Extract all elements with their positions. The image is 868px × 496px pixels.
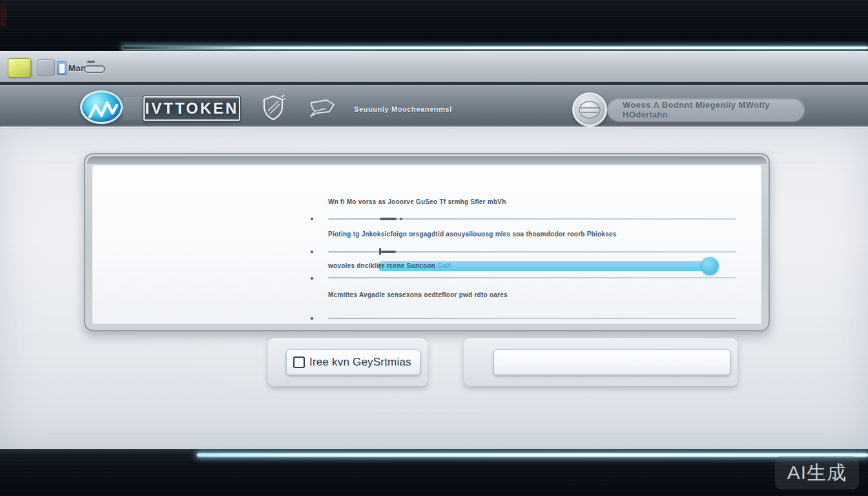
field-label-3-text: wovoles dnciklier rcene Suncoon: [328, 262, 437, 269]
settings-panel-inner: [92, 165, 762, 325]
search-bar[interactable]: Woess Λ Bodnnt Miegenliy MWolty HOderlah…: [607, 98, 805, 121]
taskbar-yellow-button[interactable]: [8, 58, 31, 78]
field-label-3-suffix: Gaif: [437, 262, 450, 269]
avatar[interactable]: [572, 92, 607, 127]
taskbar-gray-button[interactable]: [37, 59, 55, 76]
taskbar: [0, 51, 868, 82]
search-text: Woess Λ Bodnnt Miegenliy MWolty HOderlah…: [623, 100, 805, 119]
bullet-1: [311, 218, 313, 220]
slider-dot-1: [400, 218, 402, 220]
field-label-3: wovoles dnciklier rcene Suncoon Gaif: [328, 262, 451, 269]
logo-wordmark[interactable]: IVTTOKEN: [143, 96, 240, 121]
chat-bubble-icon[interactable]: [307, 98, 337, 119]
taskbar-pill-button[interactable]: [84, 65, 105, 73]
globe-icon: [577, 98, 603, 121]
field-label-2: Pioting tg Jnkoksicfoigo orsgagdtid asou…: [328, 231, 617, 238]
nav-item-security[interactable]: Seuuunly Moocheanenmsl: [354, 105, 452, 113]
app-logo-icon[interactable]: [80, 90, 123, 124]
slider-handle[interactable]: [701, 257, 719, 275]
logo-text: IVTTOKEN: [145, 99, 239, 118]
settings-panel: [84, 153, 770, 331]
field-label-1: Wn fi Mo vorss as Jooorve GuSeo Tf srmhg…: [328, 198, 506, 205]
confirm-button[interactable]: [493, 349, 730, 375]
checkbox-button[interactable]: Iree kvn GeySrtmias: [286, 349, 420, 375]
ai-watermark: AI生成: [775, 456, 859, 490]
checkbox[interactable]: [293, 356, 305, 368]
checkbox-button-label: Iree kvn GeySrtmias: [309, 356, 411, 369]
bullet-3: [311, 277, 313, 280]
slider-mark-1[interactable]: [380, 218, 397, 220]
top-bezel: [0, 0, 868, 51]
input-line-3[interactable]: [328, 277, 736, 278]
bullet-4: [311, 317, 313, 320]
logo-connector: [123, 97, 146, 120]
screen: Mans IVTTOKEN Seuuunly Moocheanenmsl Woe…: [0, 0, 868, 496]
w-mark-icon: [87, 98, 119, 121]
shield-icon[interactable]: [262, 94, 285, 121]
bottom-glow-line: [197, 453, 868, 457]
bullet-2: [311, 251, 313, 253]
field-label-4: Mcmittes Avgadle sensexons oedtefloor pw…: [328, 291, 508, 298]
input-line-4[interactable]: [328, 318, 736, 319]
slider-mark-2[interactable]: [380, 251, 396, 253]
ai-watermark-text: AI生成: [787, 460, 847, 486]
top-glow-line: [123, 46, 868, 49]
document-icon[interactable]: [57, 61, 67, 75]
bezel-red-sliver: [0, 5, 6, 27]
